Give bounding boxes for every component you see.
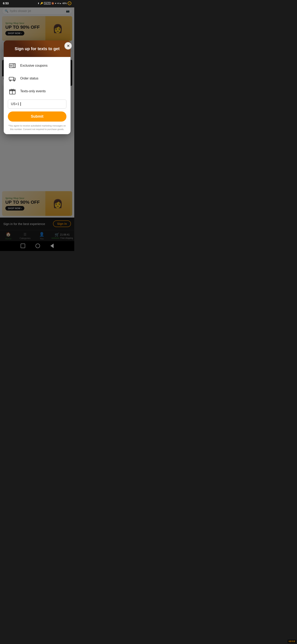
app-background: 🔍 hydro shower jet 📷 Spring Shop Save UP… xyxy=(0,8,74,241)
status-time: 6:53 xyxy=(3,2,9,5)
system-nav-bar xyxy=(0,241,74,251)
wifi-icon: ▾ xyxy=(55,2,56,5)
modal-header: Sign up for texts to get xyxy=(4,40,70,57)
status-bar: 6:53 ⬇ 🔑 VoLTE 🔕 ▾ 4G▲ 48% + xyxy=(0,0,74,6)
battery-icon: + xyxy=(68,2,71,5)
gift-icon xyxy=(8,87,17,96)
svg-rect-5 xyxy=(9,77,13,80)
back-button[interactable] xyxy=(50,244,54,248)
feature-order-status: Order status xyxy=(8,74,66,83)
status-icons: ⬇ 🔑 VoLTE 🔕 ▾ 4G▲ 48% + xyxy=(37,2,71,5)
phone-cursor xyxy=(20,102,21,106)
submit-button[interactable]: Submit xyxy=(8,112,66,122)
consent-text: *You agree to receive autodialed marketi… xyxy=(8,124,66,131)
download-icon: ⬇ xyxy=(37,2,39,5)
events-label: Texts-only events xyxy=(20,90,46,93)
coupon-icon xyxy=(8,61,17,70)
volte-icon: VoLTE xyxy=(44,2,50,4)
phone-prefix: US+1 xyxy=(11,102,19,106)
svg-point-1 xyxy=(10,65,12,66)
svg-point-6 xyxy=(10,80,11,81)
modal-body: Exclusive coupons Order status xyxy=(4,57,70,134)
recent-apps-button[interactable] xyxy=(21,244,25,248)
close-popup-button[interactable]: ✕ xyxy=(64,42,72,50)
svg-point-7 xyxy=(13,80,15,81)
key-icon: 🔑 xyxy=(40,2,43,5)
mute-icon: 🔕 xyxy=(51,2,54,5)
phone-input-wrapper[interactable]: US+1 xyxy=(8,100,66,108)
coupons-label: Exclusive coupons xyxy=(20,64,48,68)
modal-title: Sign up for texts to get xyxy=(10,46,64,51)
battery-percent: 48% xyxy=(62,2,67,4)
feature-events: Texts-only events xyxy=(8,87,66,96)
home-system-button[interactable] xyxy=(35,244,40,248)
signal-icon: 4G▲ xyxy=(57,2,61,4)
sms-signup-modal: Sign up for texts to get Exclusive coupo… xyxy=(4,40,70,134)
feature-coupons: Exclusive coupons xyxy=(8,61,66,70)
order-status-label: Order status xyxy=(20,76,38,80)
truck-icon xyxy=(8,74,17,83)
